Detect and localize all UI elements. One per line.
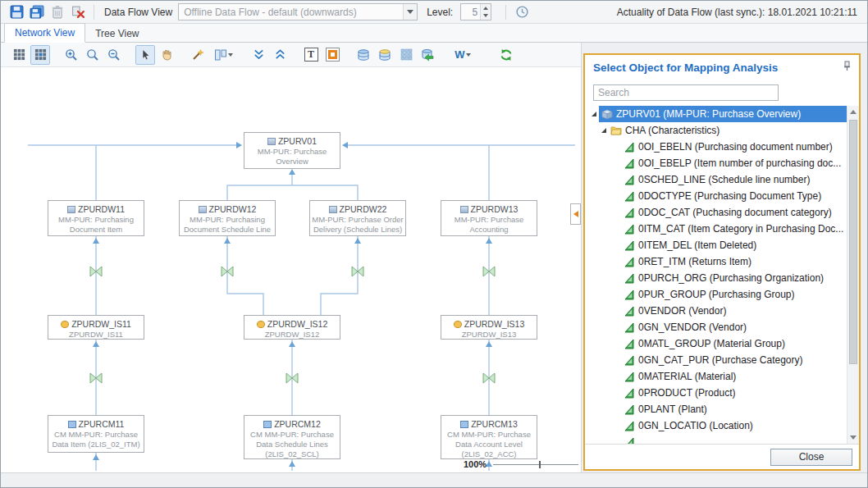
diagram-node[interactable]: ZPURDW22 MM-PUR: Purchase Order Delivery… [309, 200, 406, 236]
diagram-node[interactable]: ZPURDW_IS13 ZPURDW_IS13 [441, 315, 537, 340]
diagram-node[interactable]: ZPURCM12 CM MM-PUR: Purchase Data Schedu… [244, 415, 340, 459]
data-flow-dropdown[interactable]: Offline Data Flow - default (downwards) [178, 3, 418, 21]
diagram-node[interactable]: ZPURDW12 MM-PUR: Purchasing Document Sch… [179, 200, 276, 236]
node-type-icon [460, 206, 468, 213]
search-input[interactable] [593, 84, 779, 101]
tree-item[interactable]: 0OI_EBELP (Item number of purchasing doc… [585, 155, 847, 171]
tree-item[interactable]: 0MATERIAL (Material) [585, 368, 847, 385]
collapse-all-button[interactable] [249, 45, 268, 65]
double-chevron-down-icon [253, 48, 265, 61]
grid-view-button[interactable] [9, 45, 29, 65]
characteristic-icon [624, 191, 634, 202]
expander-icon[interactable] [590, 111, 597, 117]
tree-item[interactable]: 0DOCTYPE (Purchasing Document Type) [585, 188, 847, 204]
cursor-icon [139, 48, 152, 62]
select-tool-button[interactable] [135, 45, 155, 65]
diagram-node[interactable]: ZPURDW_IS11 ZPURDW_IS11 [48, 315, 144, 340]
zoom-value: 100% [464, 459, 487, 469]
zoom-in-button[interactable] [62, 45, 81, 65]
diagram-node[interactable]: ZPURV01 MM-PUR: Purchase Overview [244, 132, 340, 169]
text-tool-icon: T [304, 48, 318, 62]
tree-root-node[interactable]: ZPURV01 (MM-PUR: Purchase Overview) [585, 106, 847, 122]
zoom-slider-thumb[interactable] [539, 461, 541, 468]
characteristic-icon [624, 372, 634, 382]
tree-item[interactable]: 0PRODUCT (Product) [585, 385, 847, 401]
zoom-icon [86, 48, 99, 62]
node-id: ZPURCM11 [79, 419, 125, 430]
auto-layout-button[interactable] [188, 45, 208, 65]
spin-down-button[interactable] [481, 12, 491, 21]
pin-button[interactable] [842, 61, 852, 74]
expand-all-button[interactable] [270, 45, 290, 65]
tab-tree-view[interactable]: Tree View [85, 25, 148, 43]
delete-button[interactable] [48, 3, 66, 21]
tree-item[interactable]: 0RET_ITM (Returns Item) [585, 253, 847, 270]
close-button[interactable]: Close [770, 449, 852, 466]
tree-item[interactable]: 0ITM_CAT (Item Category in Purchasing Do… [585, 221, 847, 237]
export-db-button[interactable] [418, 45, 437, 65]
sync-time-button[interactable] [513, 3, 531, 21]
diagram-node[interactable]: ZPURDW13 MM-PUR: Purchase Accounting [441, 200, 537, 236]
tree-item[interactable]: 0GN_CAT_PUR (Purchase Category) [585, 352, 847, 368]
characteristic-icon [624, 158, 634, 169]
level-value: 5 [461, 4, 480, 20]
tree-item[interactable]: 0OI_EBELN (Purchasing document number) [585, 139, 847, 155]
scrollbar-track[interactable] [847, 118, 859, 431]
characteristic-icon [624, 339, 634, 349]
tree-item[interactable]: 0ITEM_DEL (Item Deleted) [585, 237, 847, 253]
tree-item[interactable]: 0SCHED_LINE (Schedule line number) [585, 171, 847, 188]
diagram-node[interactable]: ZPURCM11 CM MM-PUR: Purchase Data Item (… [48, 415, 144, 453]
tree-scrollbar[interactable] [847, 106, 859, 444]
scrollbar-thumb[interactable] [849, 120, 857, 364]
show-grid-button[interactable] [396, 45, 416, 65]
database-green-arrow-icon [421, 48, 434, 62]
word-export-button[interactable]: W [449, 45, 477, 65]
expander-icon[interactable] [600, 127, 607, 134]
tree-item[interactable]: 0MATL_GROUP (Material Group) [585, 335, 847, 352]
characteristic-icon [624, 290, 634, 300]
tree-item[interactable] [585, 434, 847, 444]
tree-item[interactable]: 0VENDOR (Vendor) [585, 303, 847, 319]
pan-tool-button[interactable] [157, 45, 176, 65]
scrollbar-down-button[interactable] [847, 431, 859, 444]
zoom-slider[interactable] [493, 464, 578, 465]
node-type-icon [454, 321, 462, 328]
tree-item[interactable]: 0DOC_CAT (Puchasing document category) [585, 204, 847, 221]
spin-up-button[interactable] [481, 4, 491, 12]
characteristic-icon [624, 175, 634, 185]
tree-item[interactable]: 0PURCH_ORG (Purchasing Organization) [585, 270, 847, 286]
refresh-button[interactable] [496, 45, 516, 65]
app-window: Data Flow View Offline Data Flow - defau… [0, 0, 868, 488]
characteristic-icon [624, 257, 634, 267]
tree-item[interactable]: 0PUR_GROUP (Purchasing Group) [585, 286, 847, 303]
columns-layout-icon [214, 48, 227, 62]
tree-item[interactable]: 0GN_LOCATIO (Location) [585, 417, 847, 434]
tree-item[interactable]: 0GN_VENDOR (Vendor) [585, 319, 847, 335]
show-infoproviders-button[interactable] [354, 45, 373, 65]
scrollbar-up-button[interactable] [847, 106, 859, 118]
diagram-node[interactable]: ZPURDW11 MM-PUR: Purchasing Document Ite… [48, 200, 144, 236]
highlight-frame-button[interactable] [322, 45, 342, 65]
save-button[interactable] [7, 3, 25, 21]
layout-options-button[interactable] [209, 45, 237, 65]
show-datasources-button[interactable] [375, 45, 395, 65]
tree-item[interactable]: 0PLANT (Plant) [585, 401, 847, 417]
remove-data-flow-button[interactable] [69, 3, 87, 21]
diagram-canvas[interactable]: ZPURV01 MM-PUR: Purchase Overview ZPURDW… [1, 67, 581, 472]
diagram-node[interactable]: ZPURCM13 CM MM-PUR: Purchase Data Accoun… [441, 415, 537, 459]
zoom-button[interactable] [83, 45, 103, 65]
zoom-out-icon [107, 48, 121, 62]
tree-folder-characteristics[interactable]: CHA (Characteristics) [585, 122, 847, 139]
level-spinner[interactable]: 5 [460, 3, 491, 21]
tab-network-view[interactable]: Network View [4, 23, 85, 43]
snap-grid-button[interactable] [30, 45, 50, 65]
database-yellow-icon [378, 48, 391, 62]
text-frame-button[interactable]: T [301, 45, 321, 65]
characteristic-icon [624, 208, 634, 218]
tree-root-label: ZPURV01 (MM-PUR: Purchase Overview) [616, 108, 801, 120]
save-all-button[interactable] [28, 3, 46, 21]
clipped-node-indicator[interactable] [570, 203, 581, 225]
zoom-out-button[interactable] [104, 45, 124, 65]
diagram-node[interactable]: ZPURDW_IS12 ZPURDW_IS12 [244, 315, 340, 340]
dropdown-arrow-button[interactable] [403, 4, 417, 20]
